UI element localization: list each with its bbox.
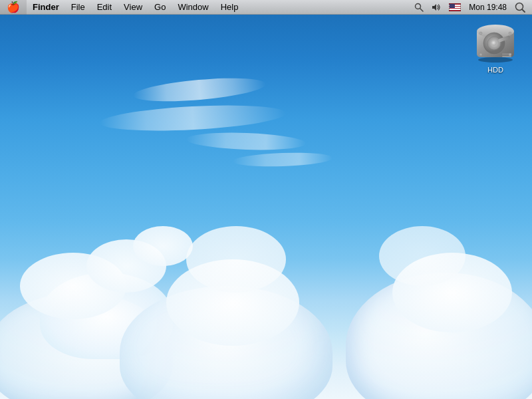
svg-point-17 (509, 53, 511, 56)
cloud-wisp (186, 131, 307, 152)
cloud-wisp (99, 102, 286, 135)
svg-point-16 (479, 53, 482, 56)
cloud-wisp (233, 151, 333, 168)
language-flag[interactable] (446, 0, 464, 15)
svg-point-15 (509, 32, 511, 35)
apple-menu[interactable]: 🍎 (0, 0, 27, 15)
hdd-drive-icon[interactable]: HDD (469, 20, 522, 74)
svg-line-4 (522, 9, 525, 12)
spotlight-button[interactable] (412, 0, 426, 15)
hdd-label: HDD (485, 65, 506, 74)
svg-point-5 (478, 57, 513, 63)
cloud-decoration (186, 226, 286, 293)
cloud-wisp (132, 74, 267, 105)
svg-point-10 (491, 41, 497, 46)
menu-go[interactable]: Go (148, 0, 172, 15)
menu-edit[interactable]: Edit (91, 0, 118, 15)
cloud-decoration (133, 226, 193, 266)
spotlight-icon (414, 3, 424, 12)
spotlight-search-button[interactable] (512, 0, 528, 15)
volume-icon (432, 3, 441, 12)
menubar-left: 🍎 Finder File Edit View Go Window Help (0, 0, 412, 15)
hdd-image (474, 20, 517, 63)
svg-line-1 (420, 8, 424, 11)
hdd-svg (474, 20, 517, 63)
cloud-decoration (379, 226, 466, 286)
menu-window[interactable]: Window (172, 0, 214, 15)
menubar-right: Mon 19:48 (412, 0, 532, 15)
us-flag-icon (449, 3, 461, 11)
spotlight-search-icon (515, 2, 525, 13)
svg-point-14 (479, 32, 482, 35)
menu-help[interactable]: Help (215, 0, 245, 15)
desktop: 🍎 Finder File Edit View Go Window Help (0, 0, 532, 399)
svg-marker-2 (432, 4, 436, 11)
svg-rect-13 (502, 56, 511, 57)
menu-view[interactable]: View (118, 0, 148, 15)
menu-file[interactable]: File (65, 0, 91, 15)
menubar: 🍎 Finder File Edit View Go Window Help (0, 0, 532, 15)
clock: Mon 19:48 (466, 0, 509, 15)
menu-finder[interactable]: Finder (27, 0, 65, 15)
volume-control[interactable] (429, 0, 444, 15)
